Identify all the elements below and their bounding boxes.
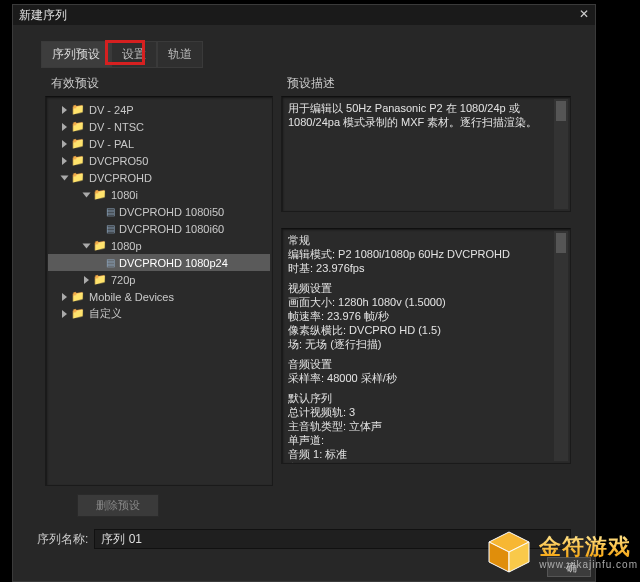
chevron-down-icon — [61, 175, 69, 180]
folder-icon: 📁 — [71, 137, 85, 150]
folder-icon: 📁 — [71, 290, 85, 303]
chevron-right-icon — [62, 106, 67, 114]
tree-item-selected[interactable]: ▤DVCPROHD 1080p24 — [48, 254, 270, 271]
seq-heading: 默认序列 — [288, 392, 332, 404]
tree-item[interactable]: 📁720p — [48, 271, 270, 288]
tree-item[interactable]: 📁1080i — [48, 186, 270, 203]
tree-item[interactable]: 📁自定义 — [48, 305, 270, 322]
sequence-name-input[interactable] — [94, 529, 571, 549]
tabs: 序列预设 设置 轨道 — [41, 41, 595, 67]
desc-label: 预设描述 — [281, 75, 571, 92]
chevron-right-icon — [62, 123, 67, 131]
presets-tree-panel: 📁DV - 24P 📁DV - NTSC 📁DV - PAL 📁DVCPRO50… — [45, 96, 273, 486]
folder-icon: 📁 — [93, 188, 107, 201]
tree-item[interactable]: 📁DVCPRO50 — [48, 152, 270, 169]
video-text: 画面大小: 1280h 1080v (1.5000)帧速率: 23.976 帧/… — [288, 296, 446, 350]
new-sequence-dialog: 新建序列 ✕ 序列预设 设置 轨道 有效预设 📁DV - 24P 📁DV - N… — [12, 4, 596, 582]
window-title: 新建序列 — [19, 7, 67, 24]
folder-icon: 📁 — [71, 307, 85, 320]
folder-icon: 📁 — [71, 154, 85, 167]
chevron-right-icon — [62, 293, 67, 301]
tab-presets[interactable]: 序列预设 — [41, 41, 111, 68]
presets-label: 有效预设 — [45, 75, 273, 92]
description-panel: 用于编辑以 50Hz Panasonic P2 在 1080/24p 或 108… — [281, 96, 571, 212]
folder-icon: 📁 — [71, 120, 85, 133]
tree-item[interactable]: 📁1080p — [48, 237, 270, 254]
tree-item[interactable]: 📁DV - 24P — [48, 101, 270, 118]
tab-settings[interactable]: 设置 — [111, 41, 157, 68]
tree-item[interactable]: 📁DV - PAL — [48, 135, 270, 152]
sequence-name-row: 序列名称: — [37, 529, 571, 549]
scrollbar[interactable] — [554, 99, 568, 209]
folder-icon: 📁 — [93, 273, 107, 286]
sequence-name-label: 序列名称: — [37, 531, 88, 548]
audio-text: 采样率: 48000 采样/秒 — [288, 372, 397, 384]
ok-button[interactable]: 确 — [547, 557, 591, 577]
preset-icon: ▤ — [106, 257, 115, 268]
chevron-down-icon — [83, 243, 91, 248]
chevron-right-icon — [62, 157, 67, 165]
scrollbar[interactable] — [554, 231, 568, 461]
folder-icon: 📁 — [93, 239, 107, 252]
audio-heading: 音频设置 — [288, 358, 332, 370]
tree-item[interactable]: ▤DVCPROHD 1080i60 — [48, 220, 270, 237]
description-text: 用于编辑以 50Hz Panasonic P2 在 1080/24p 或 108… — [288, 102, 537, 128]
preset-icon: ▤ — [106, 223, 115, 234]
chevron-right-icon — [62, 310, 67, 318]
close-icon[interactable]: ✕ — [579, 7, 589, 21]
general-text: 编辑模式: P2 1080i/1080p 60Hz DVCPROHD时基: 23… — [288, 248, 510, 274]
chevron-down-icon — [83, 192, 91, 197]
folder-icon: 📁 — [71, 171, 85, 184]
tree-item[interactable]: 📁DVCPROHD — [48, 169, 270, 186]
tab-tracks[interactable]: 轨道 — [157, 41, 203, 68]
preset-icon: ▤ — [106, 206, 115, 217]
tree-item[interactable]: 📁DV - NTSC — [48, 118, 270, 135]
presets-tree[interactable]: 📁DV - 24P 📁DV - NTSC 📁DV - PAL 📁DVCPRO50… — [48, 101, 270, 322]
general-heading: 常规 — [288, 234, 310, 246]
seq-text: 总计视频轨: 3主音轨类型: 立体声单声道:音频 1: 标准音频 2: 标准音频… — [288, 406, 382, 464]
video-heading: 视频设置 — [288, 282, 332, 294]
chevron-right-icon — [84, 276, 89, 284]
delete-preset-button[interactable]: 删除预设 — [77, 494, 159, 517]
chevron-right-icon — [62, 140, 67, 148]
titlebar[interactable]: 新建序列 ✕ — [13, 5, 595, 25]
detail-panel: 常规编辑模式: P2 1080i/1080p 60Hz DVCPROHD时基: … — [281, 228, 571, 464]
tree-item[interactable]: 📁Mobile & Devices — [48, 288, 270, 305]
folder-icon: 📁 — [71, 103, 85, 116]
tree-item[interactable]: ▤DVCPROHD 1080i50 — [48, 203, 270, 220]
